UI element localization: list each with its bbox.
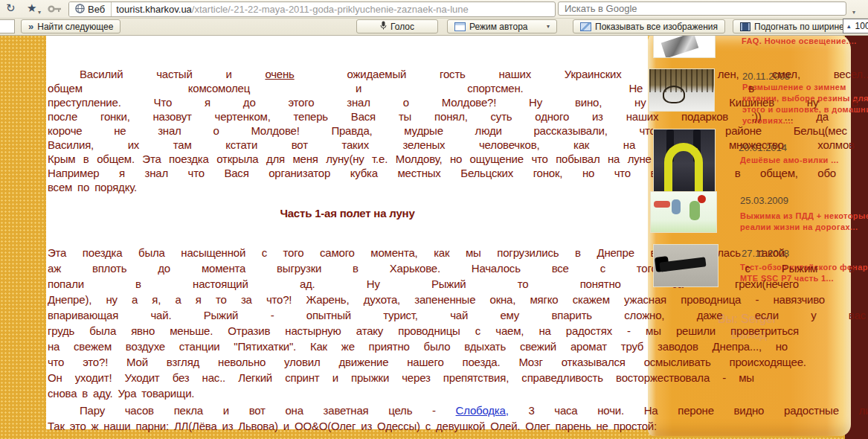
word: спортсмен. [467, 81, 523, 95]
thumbnail-suspension-fork[interactable] [653, 129, 716, 193]
word: знал [347, 95, 370, 109]
text-line: Онуходит!Уходитбезнас..Легкийспринтипрыж… [48, 370, 754, 385]
reload-icon[interactable]: ↻ [6, 1, 16, 15]
text-line: Василия,ихтамкстативоттакихзеленыхчелове… [48, 138, 855, 152]
word: впарить [552, 307, 592, 323]
voice-button[interactable]: Голос [356, 19, 438, 33]
search-input[interactable] [558, 1, 846, 16]
voice-label: Голос [390, 22, 414, 32]
word: и [356, 81, 361, 95]
word: очень [265, 67, 313, 81]
word: Ну [367, 276, 380, 292]
word: атаку [356, 323, 383, 339]
word: кстати [225, 138, 257, 152]
word: поездка [83, 245, 123, 260]
word: человечков, [479, 138, 539, 152]
word: запененные [414, 292, 475, 307]
text-line: ВасилийчастыйиоченьожидаемыйгостьнашихУк… [48, 67, 868, 81]
text-line: насвежемвоздухестанции"Пятихатки".Какжеп… [48, 339, 788, 354]
word: Кишинев [729, 95, 774, 109]
author-mode-label: Режим автора [469, 22, 528, 32]
word: вдыхать [464, 339, 506, 354]
fit-width-button[interactable]: Подогнать по ширине [733, 19, 852, 33]
word: проводница [681, 292, 741, 307]
word: мягко [530, 292, 558, 307]
word: прыжки [351, 370, 389, 385]
paragraph: Этапоездкабыланасыщеннойстогосамогомомен… [48, 245, 866, 401]
word: Легкий [238, 370, 272, 385]
find-next-label: Найти следующее [37, 22, 113, 32]
word: Рыжим [782, 260, 818, 276]
word: радостях [566, 323, 612, 339]
word: лица. [859, 403, 868, 418]
sidebar-link[interactable]: FAQ. Ночное освещение.... [742, 36, 857, 47]
word: Не [629, 81, 643, 95]
author-mode-dropdown-icon[interactable]: ▾ [547, 23, 550, 30]
address-text[interactable]: tourist.kharkov.ua/xtarticle/-21-22-maya… [112, 4, 473, 15]
word: множество [729, 138, 784, 152]
word: труб [621, 339, 644, 354]
word: цель [388, 403, 412, 418]
address-bar[interactable]: Веб tourist.kharkov.ua/xtarticle/-21-22-… [68, 1, 556, 17]
word: наших [498, 67, 531, 81]
word: Бельцских [460, 166, 513, 180]
word: открыла [216, 152, 258, 166]
word: насыщенной [181, 245, 245, 260]
text-line: короченезналоМолдове!Правда,мудрыелюдира… [48, 124, 847, 138]
text-line: Крымвобщем.Этапоездкаоткрыладляменялуну(… [48, 152, 652, 166]
word: Пару [80, 403, 105, 418]
thumbnail-cyclists-cartoon[interactable] [650, 191, 717, 233]
word: с [745, 260, 750, 276]
word: и [332, 370, 338, 385]
word: общем. [97, 152, 135, 166]
word: знал [158, 124, 181, 138]
author-mode-button[interactable]: Режим автора ▾ [447, 19, 557, 33]
word: аромат [570, 339, 607, 354]
word: на [608, 152, 620, 166]
word: Василия, [48, 138, 94, 152]
article-link[interactable]: Слободка, [456, 403, 509, 418]
word: вплоть [92, 260, 127, 276]
globe-icon [75, 4, 85, 16]
word: на [48, 339, 60, 354]
word: радостные [784, 403, 839, 418]
word: справедливость [521, 370, 603, 385]
thumbnail-winter-bike[interactable] [649, 68, 715, 112]
zoom-control[interactable]: ▴ 100 [843, 19, 868, 33]
word: смел, [772, 67, 800, 81]
word: восторжествовала [616, 370, 710, 385]
webpage: FAQ. Ночное освещение.... 20.11.2008 Раз… [0, 35, 868, 439]
word: ... [784, 109, 793, 124]
word: спринт [285, 370, 319, 385]
word: как [573, 138, 589, 152]
find-next-button[interactable]: » Найти следующее [21, 19, 120, 33]
word: станции [179, 339, 220, 354]
zoom-up-icon[interactable]: ▴ [847, 22, 851, 30]
thumbnail-light-part[interactable] [653, 35, 716, 58]
word: духота, [364, 292, 400, 307]
word: для [266, 152, 285, 166]
word: т.е. [372, 152, 388, 166]
word: Мой [126, 354, 148, 370]
web-badge[interactable]: Веб [69, 2, 112, 16]
word: луне [628, 152, 652, 166]
word: часов [125, 403, 154, 418]
word: поезда. [463, 354, 501, 370]
word: пероне [678, 403, 714, 418]
word: меньше. [170, 323, 213, 339]
bookmark-star-icon[interactable]: ★ [27, 1, 36, 15]
word: скажем [573, 292, 610, 307]
web-label: Веб [88, 4, 105, 15]
word: было [424, 339, 451, 354]
text-line: преступление.ЧтоядоэтогозналоМолдове?!Ну… [48, 95, 858, 109]
word: Например [48, 166, 99, 180]
word: 3 [528, 403, 534, 418]
find-input[interactable] [0, 19, 15, 33]
word: не [114, 124, 126, 138]
show-images-button[interactable]: Показывать все изображения [573, 19, 725, 33]
word: знал [145, 166, 168, 180]
word: Василий [80, 67, 123, 81]
wand-key-icon[interactable] [48, 3, 62, 16]
thumbnail-flashlight[interactable] [653, 244, 718, 287]
article-body: ВасилийчастыйиоченьожидаемыйгостьнашихУк… [48, 67, 866, 434]
